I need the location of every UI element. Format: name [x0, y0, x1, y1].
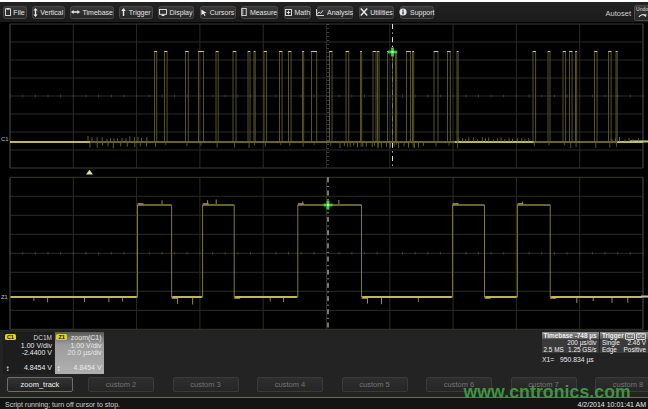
svg-text:C1: C1	[1, 136, 8, 142]
svg-text:Z1: Z1	[1, 294, 8, 300]
